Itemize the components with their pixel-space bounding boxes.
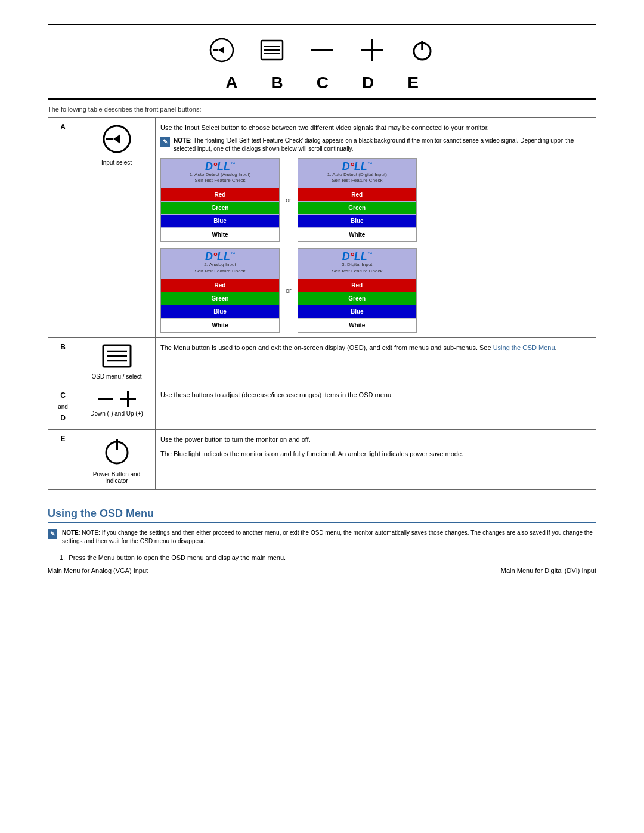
color-bar-red-3: Red	[161, 279, 279, 292]
row-desc-CD: Use these buttons to adjust (decrease/in…	[156, 385, 596, 430]
bottom-bar	[48, 98, 596, 100]
menu-icon	[259, 37, 285, 67]
front-panel-table: A Input select Use the Input Select butt…	[48, 117, 596, 490]
dell-logo-1: D°LL™	[162, 161, 278, 172]
top-bar	[48, 24, 596, 25]
color-bar-blue-4: Blue	[298, 305, 416, 318]
button-icons-row	[48, 37, 596, 67]
color-bar-blue-2: Blue	[298, 215, 416, 227]
label-C: C	[317, 73, 329, 92]
row-letter-CD: CandD	[48, 385, 78, 430]
osd-step-1: 1. Press the Menu button to open the OSD…	[60, 553, 596, 563]
dell-logo-4: D°LL™	[299, 251, 415, 262]
color-bar-green-2: Green	[298, 202, 416, 214]
or-1: or	[286, 195, 292, 205]
color-bar-red-1: Red	[161, 188, 279, 201]
label-B: B	[271, 73, 283, 92]
row-letter-A: A	[48, 118, 78, 338]
dialog-2-header: D°LL™ 1: Auto Detect (Digital Input)Self…	[298, 159, 416, 188]
row-letter-B: B	[48, 338, 78, 385]
menu-label-left: Main Menu for Analog (VGA) Input	[48, 567, 148, 574]
dialog-4-subtitle: 3: Digital InputSelf Test Feature Check	[299, 262, 415, 274]
color-bar-white-1: White	[161, 228, 279, 241]
row-desc-A: Use the Input Select button to choose be…	[156, 118, 596, 338]
table-row: E Power Button andIndicator Use the powe…	[48, 429, 596, 489]
row-icon-E: Power Button andIndicator	[78, 429, 156, 489]
icon-label-E: Power Button andIndicator	[83, 471, 150, 484]
color-bar-white-3: White	[161, 318, 279, 332]
row-icon-CD: Down (-) and Up (+)	[78, 385, 156, 430]
icon-label-B: OSD menu / select	[83, 373, 150, 380]
color-bar-blue-3: Blue	[161, 305, 279, 318]
dell-logo-3: D°LL™	[162, 251, 278, 262]
desc-B-period: .	[555, 344, 557, 351]
label-A: A	[225, 73, 237, 92]
osd-note-icon: ✎	[48, 529, 57, 539]
note-text-A: NOTE: The floating 'Dell Self-test Featu…	[174, 137, 591, 153]
note-A: ✎ NOTE: The floating 'Dell Self-test Fea…	[160, 137, 591, 153]
table-row: A Input select Use the Input Select butt…	[48, 118, 596, 338]
or-2: or	[286, 286, 292, 296]
dialogs-container: D°LL™ 1: Auto Detect (Analog Input)Self …	[160, 158, 591, 333]
osd-section-title: Using the OSD Menu	[48, 507, 596, 523]
desc-B-text: The Menu button is used to open and exit…	[160, 344, 493, 351]
color-bar-green-4: Green	[298, 292, 416, 305]
intro-text: The following table describes the front …	[48, 106, 596, 113]
color-bar-red-2: Red	[298, 188, 416, 201]
dialog-1-subtitle: 1: Auto Detect (Analog Input)Self Test F…	[162, 172, 278, 184]
color-bar-green-1: Green	[161, 202, 279, 214]
desc-E-line2: The Blue light indicates the monitor is …	[160, 449, 591, 459]
icon-label-CD: Down (-) and Up (+)	[83, 410, 150, 417]
button-labels-row: A B C D E	[48, 73, 596, 92]
menu-label-right: Main Menu for Digital (DVI) Input	[501, 567, 596, 574]
dialog-2-subtitle: 1: Auto Detect (Digital Input)Self Test …	[299, 172, 415, 184]
dialog-2: D°LL™ 1: Auto Detect (Digital Input)Self…	[298, 158, 417, 243]
row-icon-A: Input select	[78, 118, 156, 338]
desc-A-main: Use the Input Select button to choose be…	[160, 123, 591, 133]
dialog-1-header: D°LL™ 1: Auto Detect (Analog Input)Self …	[161, 159, 279, 188]
table-row: CandD Down (-) and Up (+) Use these butt…	[48, 385, 596, 430]
osd-note-text: NOTE: NOTE: If you change the settings a…	[62, 529, 596, 546]
row-desc-E: Use the power button to turn the monitor…	[156, 429, 596, 489]
dialogs-row-2: D°LL™ 2: Analog InputSelf Test Feature C…	[160, 248, 591, 333]
desc-CD-text: Use these buttons to adjust (decrease/in…	[160, 391, 393, 398]
row-letter-E: E	[48, 429, 78, 489]
icon-label-A: Input select	[83, 159, 150, 166]
color-bar-white-4: White	[298, 318, 416, 332]
minus-icon	[309, 37, 335, 67]
dialog-3-header: D°LL™ 2: Analog InputSelf Test Feature C…	[161, 249, 279, 278]
power-icon	[409, 37, 435, 67]
color-bar-red-4: Red	[298, 279, 416, 292]
table-row: B OSD menu / select The Menu button is u…	[48, 338, 596, 385]
row-icon-B: OSD menu / select	[78, 338, 156, 385]
dialog-3-subtitle: 2: Analog InputSelf Test Feature Check	[162, 262, 278, 274]
osd-menu-link[interactable]: Using the OSD Menu	[493, 344, 555, 351]
label-E: E	[407, 73, 419, 92]
menu-labels: Main Menu for Analog (VGA) Input Main Me…	[48, 567, 596, 574]
note-icon-A: ✎	[160, 137, 170, 147]
color-bar-white-2: White	[298, 228, 416, 241]
input-select-icon	[209, 37, 235, 67]
dialog-1: D°LL™ 1: Auto Detect (Analog Input)Self …	[160, 158, 280, 243]
dialog-3: D°LL™ 2: Analog InputSelf Test Feature C…	[160, 248, 280, 333]
color-bar-blue-1: Blue	[161, 215, 279, 227]
plus-icon	[359, 37, 385, 67]
dialog-4-header: D°LL™ 3: Digital InputSelf Test Feature …	[298, 249, 416, 278]
dialogs-row-1: D°LL™ 1: Auto Detect (Analog Input)Self …	[160, 158, 591, 243]
color-bar-green-3: Green	[161, 292, 279, 305]
label-D: D	[362, 73, 374, 92]
row-desc-B: The Menu button is used to open and exit…	[156, 338, 596, 385]
desc-E-line1: Use the power button to turn the monitor…	[160, 435, 591, 445]
dialog-4: D°LL™ 3: Digital InputSelf Test Feature …	[298, 248, 417, 333]
dell-logo-2: D°LL™	[299, 161, 415, 172]
osd-note-block: ✎ NOTE: NOTE: If you change the settings…	[48, 529, 596, 546]
